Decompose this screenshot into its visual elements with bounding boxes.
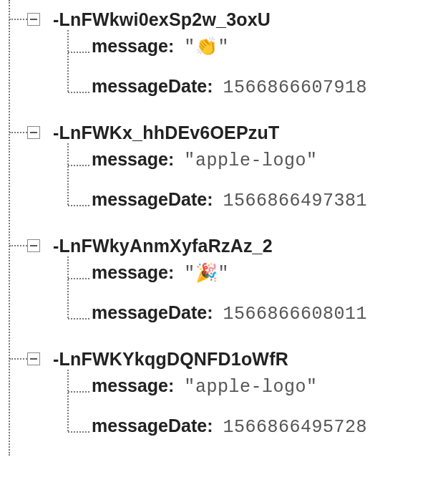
connector [68, 165, 89, 166]
connector [68, 278, 89, 279]
minus-icon [30, 358, 37, 360]
property-key: messageDate [92, 189, 207, 210]
message-value: apple-logo [195, 150, 306, 171]
child-row-messagedate[interactable]: messageDate: 1566866495728 [43, 415, 448, 456]
connector [68, 205, 89, 206]
property-value: "apple-logo" [184, 150, 317, 171]
colon: : [168, 149, 174, 170]
tree-node: -LnFWkwi0exSp2w_3oxU message: "👏" messag… [0, 3, 448, 116]
child-row-message[interactable]: message: "👏" [43, 36, 448, 76]
connector [68, 391, 89, 393]
node-key: -LnFWkyAnmXyfaRzAz_2 [53, 236, 273, 256]
minus-icon [30, 132, 37, 133]
connector [9, 132, 27, 133]
colon: : [207, 76, 213, 97]
property-value: "👏" [184, 36, 229, 58]
node-children: message: "👏" messageDate: 1566866607918 [0, 36, 448, 116]
property-key: message [92, 375, 168, 396]
colon: : [168, 375, 174, 396]
colon: : [207, 302, 213, 323]
child-row-messagedate[interactable]: messageDate: 1566866608011 [43, 302, 448, 342]
tree-node: -LnFWkyAnmXyfaRzAz_2 message: "🎉" messag… [0, 229, 448, 342]
child-row-message[interactable]: message: "apple-logo" [43, 149, 448, 189]
connector [9, 245, 27, 246]
colon: : [207, 189, 213, 210]
minus-icon [30, 245, 37, 246]
tree-node: -LnFWKx_hhDEv6OEPzuT message: "apple-log… [0, 116, 448, 229]
child-row-messagedate[interactable]: messageDate: 1566866497381 [43, 189, 448, 229]
property-key: message [92, 262, 168, 283]
messagedate-value: 1566866608011 [223, 304, 368, 325]
property-key: messageDate [92, 76, 207, 97]
property-key: messageDate [92, 302, 207, 323]
child-row-message[interactable]: message: "apple-logo" [43, 375, 448, 415]
colon: : [168, 262, 174, 283]
colon: : [168, 36, 174, 57]
node-key: -LnFWKYkqgDQNFD1oWfR [53, 349, 288, 370]
connector [9, 19, 27, 20]
connector [68, 431, 89, 433]
property-value: "🎉" [184, 262, 229, 284]
node-children: message: "apple-logo" messageDate: 15668… [0, 375, 448, 456]
message-value: 👏 [195, 37, 218, 58]
collapse-toggle[interactable] [27, 239, 40, 252]
messagedate-value: 1566866607918 [223, 77, 368, 98]
connector [9, 358, 27, 360]
collapse-toggle[interactable] [27, 13, 40, 26]
property-key: messageDate [92, 415, 207, 436]
connector [68, 92, 89, 93]
colon: : [207, 415, 213, 436]
collapse-toggle[interactable] [27, 126, 40, 139]
tree-node: -LnFWKYkqgDQNFD1oWfR message: "apple-log… [0, 342, 448, 456]
property-value: "apple-logo" [184, 377, 317, 398]
messagedate-value: 1566866495728 [223, 417, 368, 438]
node-key: -LnFWKx_hhDEv6OEPzuT [53, 123, 280, 143]
connector [68, 52, 89, 53]
child-row-messagedate[interactable]: messageDate: 1566866607918 [43, 76, 448, 116]
message-value: 🎉 [195, 264, 218, 284]
node-children: message: "🎉" messageDate: 1566866608011 [0, 262, 448, 342]
property-key: message [92, 149, 168, 170]
property-key: message [92, 36, 168, 57]
minus-icon [30, 19, 37, 20]
connector [68, 318, 89, 320]
node-children: message: "apple-logo" messageDate: 15668… [0, 149, 448, 229]
message-value: apple-logo [195, 377, 306, 398]
database-tree: -LnFWkwi0exSp2w_3oxU message: "👏" messag… [0, 0, 448, 456]
collapse-toggle[interactable] [27, 352, 40, 365]
node-key: -LnFWkwi0exSp2w_3oxU [53, 9, 271, 30]
child-row-message[interactable]: message: "🎉" [43, 262, 448, 302]
messagedate-value: 1566866497381 [223, 191, 368, 211]
